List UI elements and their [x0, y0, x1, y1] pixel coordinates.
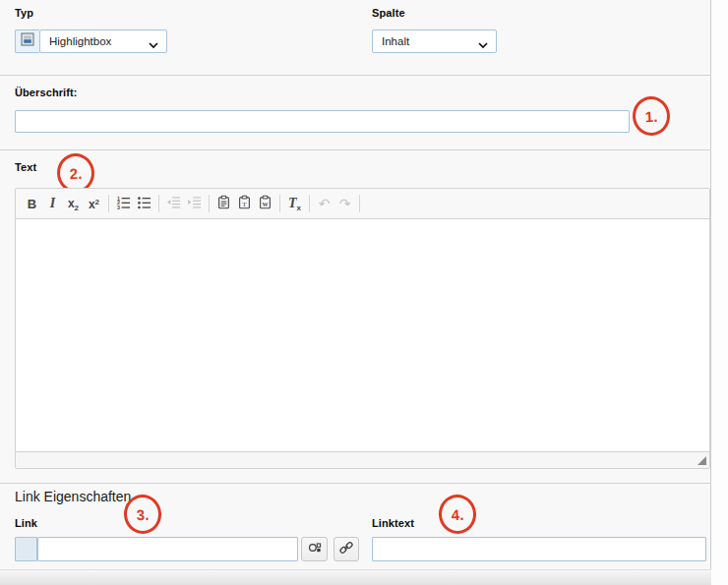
remove-format-icon: Tx	[288, 196, 301, 212]
paste-from-word-button[interactable]: W	[255, 192, 275, 215]
annotation-number: 4.	[451, 505, 463, 523]
numbered-list-button[interactable]: 1 2 3	[113, 192, 134, 215]
subscript-icon: x2	[68, 196, 79, 212]
paste-icon	[216, 195, 231, 212]
annotation-circle-1: 1.	[632, 95, 671, 137]
bold-icon: B	[28, 197, 36, 211]
form-stage: Typ Highlightbox Spalte Inhalt	[0, 0, 728, 585]
ueberschrift-input[interactable]	[15, 110, 630, 133]
undo-icon: ↶	[319, 197, 331, 210]
typ-select-value: Highlightbox	[49, 35, 111, 47]
bulleted-list-button[interactable]	[134, 192, 154, 215]
annotation-number: 3.	[136, 505, 149, 523]
editor-content-area[interactable]	[16, 219, 709, 451]
typ-select[interactable]: Highlightbox	[39, 29, 167, 53]
svg-text:W: W	[263, 202, 269, 207]
link-wizard-button[interactable]	[334, 537, 359, 561]
linktext-input[interactable]	[372, 537, 706, 561]
divider	[0, 483, 711, 484]
annotation-circle-4: 4.	[438, 494, 477, 535]
outdent-button[interactable]	[163, 192, 184, 215]
italic-button[interactable]: I	[42, 192, 63, 215]
divider	[0, 75, 711, 76]
undo-button[interactable]: ↶	[314, 192, 334, 215]
indent-icon	[187, 195, 202, 212]
bulleted-list-icon	[137, 195, 152, 212]
spalte-select[interactable]: Inhalt	[372, 29, 497, 53]
paste-button[interactable]	[213, 192, 234, 215]
form-panel: Typ Highlightbox Spalte Inhalt	[0, 0, 711, 585]
annotation-number: 2.	[69, 164, 82, 182]
redo-icon: ↷	[339, 197, 351, 210]
bold-button[interactable]: B	[22, 192, 42, 215]
annotation-number: 1.	[644, 107, 657, 125]
link-label: Link	[15, 517, 37, 529]
toolbar-separator	[209, 195, 210, 212]
chevron-down-icon	[478, 39, 488, 51]
link-field-prefix-chip	[15, 537, 37, 561]
outdent-icon	[166, 195, 181, 212]
paste-from-word-icon: W	[258, 195, 273, 212]
linktext-label: Linktext	[372, 517, 414, 529]
editor-footer	[16, 451, 709, 468]
toolbar-separator	[158, 195, 159, 212]
superscript-icon: x2	[89, 197, 99, 211]
content-element-icon	[21, 32, 34, 50]
record-browser-icon	[308, 541, 322, 557]
subscript-button[interactable]: x2	[63, 192, 84, 215]
toolbar-separator	[108, 195, 109, 212]
chain-link-icon	[339, 541, 353, 557]
typ-label: Typ	[15, 7, 33, 19]
annotation-circle-3: 3.	[123, 494, 162, 535]
paste-plain-text-button[interactable]: T	[234, 192, 255, 215]
editor-toolbar: B I x2 x2 1 2 3	[16, 189, 709, 219]
record-browser-button[interactable]	[301, 537, 328, 561]
superscript-button[interactable]: x2	[84, 192, 104, 215]
link-section-heading: Link Eigenschaften	[15, 489, 131, 504]
link-input[interactable]	[37, 537, 298, 561]
richtext-editor: B I x2 x2 1 2 3	[15, 188, 710, 469]
remove-format-button[interactable]: Tx	[284, 192, 305, 215]
chevron-down-icon	[149, 39, 158, 51]
text-label: Text	[15, 161, 36, 173]
panel-bottom-edge	[0, 569, 711, 585]
redo-button[interactable]: ↷	[334, 192, 355, 215]
resize-handle-icon[interactable]	[698, 456, 706, 465]
divider	[0, 149, 711, 150]
typ-icon-box	[15, 29, 39, 53]
numbered-list-icon: 1 2 3	[116, 195, 131, 212]
svg-text:T: T	[242, 201, 247, 208]
paste-plain-text-icon: T	[237, 195, 252, 212]
spalte-label: Spalte	[372, 7, 405, 19]
toolbar-separator	[279, 195, 280, 212]
italic-icon: I	[50, 196, 55, 211]
toolbar-separator	[359, 195, 360, 212]
toolbar-separator	[309, 195, 310, 212]
spalte-select-value: Inhalt	[382, 35, 409, 47]
ueberschrift-label: Überschrift:	[15, 87, 78, 98]
indent-button[interactable]	[184, 192, 205, 215]
svg-text:3: 3	[117, 205, 120, 209]
